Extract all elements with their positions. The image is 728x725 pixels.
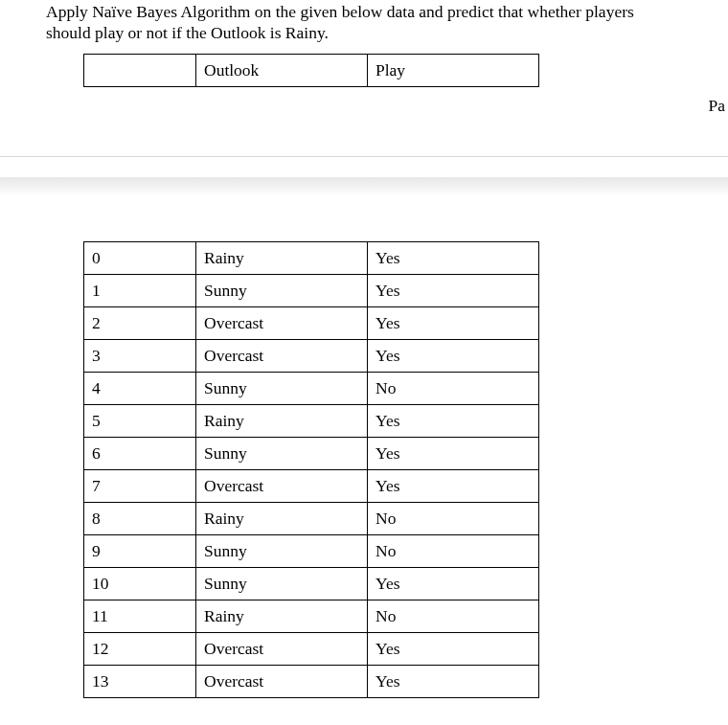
cell-play: Yes <box>368 633 539 666</box>
cell-play: Yes <box>368 470 539 503</box>
table-row: 10SunnyYes <box>84 568 539 600</box>
cell-play: No <box>368 373 539 405</box>
cell-play: No <box>368 535 539 568</box>
cell-outlook: Rainy <box>196 503 368 535</box>
cell-outlook: Sunny <box>196 275 368 307</box>
table-header: Outlook Play <box>83 54 539 87</box>
cell-play: Yes <box>368 340 539 373</box>
data-table: 0RainyYes1SunnyYes2OvercastYes3OvercastY… <box>83 241 539 698</box>
table-row: 9SunnyNo <box>84 535 539 568</box>
cell-outlook: Overcast <box>196 470 368 503</box>
page-number-fragment: Pa <box>709 96 726 116</box>
cell-play: Yes <box>368 275 539 307</box>
table-row: 7OvercastYes <box>84 470 539 503</box>
table-row: 8RainyNo <box>84 503 539 535</box>
header-cell-outlook: Outlook <box>196 55 368 87</box>
cell-play: Yes <box>368 405 539 438</box>
header-table: Outlook Play <box>83 54 539 87</box>
cell-index: 3 <box>84 340 196 373</box>
table-header-row: Outlook Play <box>84 55 539 87</box>
question-line1: Apply Naïve Bayes Algorithm on the given… <box>46 2 634 21</box>
data-table-container: 0RainyYes1SunnyYes2OvercastYes3OvercastY… <box>83 241 539 698</box>
cell-outlook: Overcast <box>196 340 368 373</box>
cell-play: No <box>368 600 539 633</box>
cell-outlook: Overcast <box>196 307 368 340</box>
cell-outlook: Overcast <box>196 633 368 666</box>
table-row: 4SunnyNo <box>84 373 539 405</box>
cell-index: 2 <box>84 307 196 340</box>
document-page: Apply Naïve Bayes Algorithm on the given… <box>0 0 728 725</box>
cell-play: Yes <box>368 438 539 470</box>
cell-outlook: Sunny <box>196 373 368 405</box>
cell-play: No <box>368 503 539 535</box>
table-row: 11RainyNo <box>84 600 539 633</box>
cell-outlook: Sunny <box>196 535 368 568</box>
cell-index: 12 <box>84 633 196 666</box>
cell-play: Yes <box>368 666 539 698</box>
cell-index: 7 <box>84 470 196 503</box>
cell-play: Yes <box>368 242 539 275</box>
cell-play: Yes <box>368 568 539 600</box>
table-row: 1SunnyYes <box>84 275 539 307</box>
cell-play: Yes <box>368 307 539 340</box>
cell-index: 10 <box>84 568 196 600</box>
cell-outlook: Sunny <box>196 438 368 470</box>
cell-index: 13 <box>84 666 196 698</box>
cell-index: 4 <box>84 373 196 405</box>
table-row: 5RainyYes <box>84 405 539 438</box>
table-row: 0RainyYes <box>84 242 539 275</box>
header-cell-index <box>84 55 196 87</box>
header-cell-play: Play <box>368 55 539 87</box>
cell-index: 9 <box>84 535 196 568</box>
cell-index: 8 <box>84 503 196 535</box>
cell-outlook: Rainy <box>196 600 368 633</box>
cell-index: 0 <box>84 242 196 275</box>
cell-index: 5 <box>84 405 196 438</box>
question-line2: should play or not if the Outlook is Rai… <box>46 23 329 42</box>
cell-outlook: Overcast <box>196 666 368 698</box>
table-row: 3OvercastYes <box>84 340 539 373</box>
cell-outlook: Rainy <box>196 405 368 438</box>
cell-index: 11 <box>84 600 196 633</box>
table-row: 2OvercastYes <box>84 307 539 340</box>
table-row: 12OvercastYes <box>84 633 539 666</box>
page-break <box>0 148 728 198</box>
cell-outlook: Rainy <box>196 242 368 275</box>
cell-outlook: Sunny <box>196 568 368 600</box>
cell-index: 6 <box>84 438 196 470</box>
question-text: Apply Naïve Bayes Algorithm on the given… <box>46 2 717 44</box>
table-row: 13OvercastYes <box>84 666 539 698</box>
table-row: 6SunnyYes <box>84 438 539 470</box>
cell-index: 1 <box>84 275 196 307</box>
